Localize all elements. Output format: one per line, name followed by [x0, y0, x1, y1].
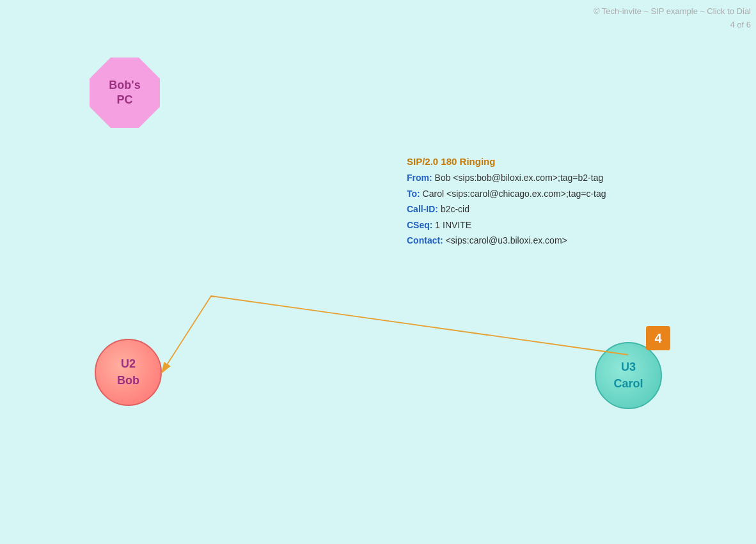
u3-label-line1: U3	[621, 361, 636, 373]
bobs-pc-label-line2: PC	[116, 93, 132, 106]
u3-carol-node: U3 Carol	[595, 342, 662, 409]
u3-label-line2: Carol	[613, 377, 643, 390]
sip-contact-label: Contact:	[407, 235, 443, 245]
u2-label-line1: U2	[121, 357, 136, 370]
sip-to-label: To:	[407, 189, 420, 199]
sip-callid-value: b2c-cid	[438, 204, 469, 214]
u2-bob-node: U2 Bob	[95, 339, 162, 406]
sip-message-box: SIP/2.0 180 Ringing From: Bob <sips:bob@…	[407, 153, 606, 249]
sip-contact-value: <sips:carol@u3.biloxi.ex.com>	[443, 235, 567, 245]
watermark-line2: 4 of 6	[594, 19, 751, 32]
sip-cseq-line: CSeq: 1 INVITE	[407, 217, 606, 233]
watermark-line1: © Tech-invite – SIP example – Click to D…	[594, 5, 751, 19]
sip-from-value: Bob <sips:bob@biloxi.ex.com>;tag=b2-tag	[432, 173, 604, 183]
step-badge: 4	[646, 326, 670, 350]
sip-title: SIP/2.0 180 Ringing	[407, 153, 606, 170]
sip-cseq-value: 1 INVITE	[432, 220, 471, 230]
u2-label-line2: Bob	[117, 374, 139, 387]
sip-arrow	[162, 296, 628, 373]
sip-from-line: From: Bob <sips:bob@biloxi.ex.com>;tag=b…	[407, 170, 606, 186]
sip-from-label: From:	[407, 173, 432, 183]
bobs-pc-label-line1: Bob's	[109, 79, 140, 91]
watermark: © Tech-invite – SIP example – Click to D…	[594, 5, 751, 32]
sip-callid-label: Call-ID:	[407, 204, 438, 214]
sip-callid-line: Call-ID: b2c-cid	[407, 201, 606, 217]
sip-cseq-label: CSeq:	[407, 220, 432, 230]
sip-contact-line: Contact: <sips:carol@u3.biloxi.ex.com>	[407, 233, 606, 249]
sip-to-line: To: Carol <sips:carol@chicago.ex.com>;ta…	[407, 186, 606, 202]
sip-to-value: Carol <sips:carol@chicago.ex.com>;tag=c-…	[420, 189, 606, 199]
bobs-pc-node: Bob's PC	[90, 58, 160, 128]
